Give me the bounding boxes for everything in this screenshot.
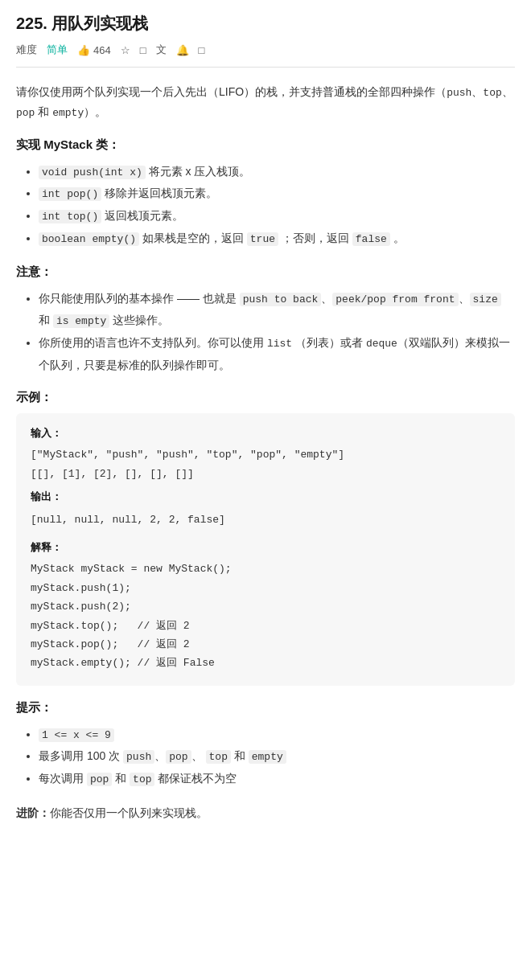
difficulty-badge[interactable]: 简单: [47, 43, 68, 57]
note-code-3: size: [470, 293, 501, 306]
note-code-4: is empty: [53, 314, 109, 328]
advanced-section: 进阶：你能否仅用一个队列来实现栈。: [16, 806, 515, 821]
example-title: 示例：: [16, 390, 515, 405]
translate-icon[interactable]: 文: [156, 43, 167, 57]
note-title: 注意：: [16, 264, 515, 280]
note-section: 注意： 你只能使用队列的基本操作 —— 也就是 push to back、pee…: [16, 264, 515, 376]
explain-line-1: MyStack myStack = new MyStack();: [31, 560, 500, 578]
method-code-3: int top(): [39, 210, 101, 223]
list-item: boolean empty() 如果栈是空的，返回 true ；否则，返回 fa…: [39, 228, 515, 250]
hint-section: 提示： 1 <= x <= 9 最多调用 100 次 push、pop、 top…: [16, 700, 515, 790]
hint-pop2: pop: [87, 773, 112, 786]
explain-line-4: myStack.top(); // 返回 2: [31, 617, 500, 635]
true-code: true: [247, 232, 278, 246]
methods-list: void push(int x) 将元素 x 压入栈顶。 int pop() 移…: [16, 161, 515, 250]
input-line1: ["MyStack", "push", "push", "top", "pop"…: [31, 445, 500, 464]
hint-code-1: 1 <= x <= 9: [39, 728, 114, 742]
example-box: 输入： ["MyStack", "push", "push", "top", "…: [16, 413, 515, 686]
list-item: 你只能使用队列的基本操作 —— 也就是 push to back、peek/po…: [39, 288, 515, 332]
list-item: int pop() 移除并返回栈顶元素。: [39, 182, 515, 205]
hint-pop: pop: [166, 750, 191, 764]
hint-push: push: [123, 750, 154, 764]
false-code: false: [352, 232, 390, 246]
example-section: 示例： 输入： ["MyStack", "push", "push", "top…: [16, 390, 515, 686]
implement-label: 实现 MyStack 类：: [16, 137, 515, 153]
list-item: 你所使用的语言也许不支持队列。你可以使用 list （列表）或者 deque（双…: [39, 332, 515, 375]
difficulty-label: 难度: [16, 43, 37, 57]
method-code-1: void push(int x): [39, 166, 146, 179]
hint-title: 提示：: [16, 700, 515, 716]
method-code-2: int pop(): [39, 187, 101, 201]
list-item: 最多调用 100 次 push、pop、 top 和 empty: [39, 745, 515, 768]
advanced-title: 进阶：: [16, 806, 50, 819]
advanced-para: 进阶：你能否仅用一个队列来实现栈。: [16, 806, 515, 821]
like-icon: 👍: [77, 44, 90, 56]
explain-label: 解释：: [31, 540, 500, 555]
explain-line-5: myStack.pop(); // 返回 2: [31, 635, 500, 654]
notes-list: 你只能使用队列的基本操作 —— 也就是 push to back、peek/po…: [16, 288, 515, 376]
method-code-4: boolean empty(): [39, 232, 139, 246]
explain-line-6: myStack.empty(); // 返回 False: [31, 654, 500, 672]
explain-line-2: myStack.push(1);: [31, 579, 500, 597]
star-icon[interactable]: ☆: [121, 44, 130, 56]
list-item: int top() 返回栈顶元素。: [39, 205, 515, 228]
note-code-1: push to back: [240, 293, 322, 306]
likes-count[interactable]: 👍 464: [77, 44, 111, 56]
input-label: 输入：: [31, 426, 500, 441]
output-line: [null, null, null, 2, 2, false]: [31, 511, 500, 529]
share-icon[interactable]: □: [140, 44, 146, 56]
list-item: 每次调用 pop 和 top 都保证栈不为空: [39, 768, 515, 790]
hint-empty: empty: [249, 750, 286, 764]
hint-top: top: [206, 750, 231, 764]
list-item: 1 <= x <= 9: [39, 724, 515, 746]
meta-row: 难度 简单 👍 464 ☆ □ 文 🔔 □: [16, 43, 515, 68]
output-label: 输出：: [31, 490, 500, 504]
input-line2: [[], [1], [2], [], [], []]: [31, 465, 500, 483]
list-item: void push(int x) 将元素 x 压入栈顶。: [39, 161, 515, 183]
note-code-2: peek/pop from front: [332, 293, 458, 306]
description: 请你仅使用两个队列实现一个后入先出（LIFO）的栈，并支持普通栈的全部四种操作（…: [16, 82, 515, 123]
hint-top2: top: [130, 773, 154, 786]
bell-icon[interactable]: 🔔: [176, 44, 189, 56]
bookmark-icon[interactable]: □: [199, 44, 205, 56]
page-title: 225. 用队列实现栈: [16, 13, 515, 35]
explain-line-3: myStack.push(2);: [31, 597, 500, 616]
hints-list: 1 <= x <= 9 最多调用 100 次 push、pop、 top 和 e…: [16, 724, 515, 790]
